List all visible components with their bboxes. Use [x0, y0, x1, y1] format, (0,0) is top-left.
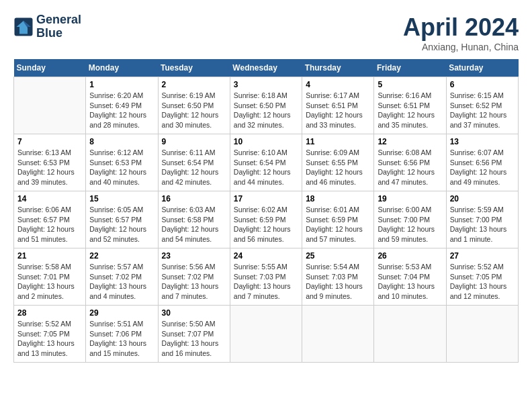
day-info: Sunrise: 6:18 AM Sunset: 6:50 PM Dayligh… [234, 91, 298, 130]
calendar-cell: 18Sunrise: 6:01 AM Sunset: 6:59 PM Dayli… [302, 191, 374, 248]
day-number: 21 [17, 251, 82, 261]
weekday-header-monday: Monday [86, 59, 158, 77]
calendar-cell [302, 306, 374, 363]
day-info: Sunrise: 6:11 AM Sunset: 6:54 PM Dayligh… [162, 148, 226, 187]
day-info: Sunrise: 6:00 AM Sunset: 7:00 PM Dayligh… [378, 205, 442, 244]
calendar-week-2: 7Sunrise: 6:13 AM Sunset: 6:53 PM Daylig… [14, 134, 519, 191]
calendar-cell: 24Sunrise: 5:55 AM Sunset: 7:03 PM Dayli… [230, 248, 302, 306]
day-number: 9 [162, 137, 226, 146]
day-number: 23 [162, 251, 226, 261]
day-number: 13 [450, 137, 515, 146]
calendar-cell: 26Sunrise: 5:53 AM Sunset: 7:04 PM Dayli… [374, 248, 446, 306]
day-number: 2 [162, 80, 226, 89]
day-number: 30 [162, 308, 226, 318]
calendar-cell: 17Sunrise: 6:02 AM Sunset: 6:59 PM Dayli… [230, 191, 302, 248]
day-info: Sunrise: 6:20 AM Sunset: 6:49 PM Dayligh… [89, 91, 154, 130]
day-info: Sunrise: 6:16 AM Sunset: 6:51 PM Dayligh… [378, 91, 442, 130]
day-number: 14 [17, 194, 82, 203]
calendar-cell: 11Sunrise: 6:09 AM Sunset: 6:55 PM Dayli… [302, 134, 374, 191]
calendar-cell: 20Sunrise: 5:59 AM Sunset: 7:00 PM Dayli… [446, 191, 518, 248]
calendar-cell [446, 306, 518, 363]
calendar-table: SundayMondayTuesdayWednesdayThursdayFrid… [13, 59, 519, 363]
calendar-cell: 14Sunrise: 6:06 AM Sunset: 6:57 PM Dayli… [14, 191, 86, 248]
calendar-week-4: 21Sunrise: 5:58 AM Sunset: 7:01 PM Dayli… [14, 248, 519, 306]
day-info: Sunrise: 6:19 AM Sunset: 6:50 PM Dayligh… [162, 91, 226, 130]
calendar-cell: 12Sunrise: 6:08 AM Sunset: 6:56 PM Dayli… [374, 134, 446, 191]
day-info: Sunrise: 6:10 AM Sunset: 6:54 PM Dayligh… [234, 148, 298, 187]
calendar-cell: 7Sunrise: 6:13 AM Sunset: 6:53 PM Daylig… [14, 134, 86, 191]
calendar-cell: 13Sunrise: 6:07 AM Sunset: 6:56 PM Dayli… [446, 134, 518, 191]
day-number: 11 [306, 137, 370, 146]
day-info: Sunrise: 5:52 AM Sunset: 7:05 PM Dayligh… [450, 262, 515, 302]
calendar-cell: 16Sunrise: 6:03 AM Sunset: 6:58 PM Dayli… [158, 191, 230, 248]
day-number: 5 [378, 80, 442, 89]
calendar-cell: 28Sunrise: 5:52 AM Sunset: 7:05 PM Dayli… [14, 306, 86, 363]
day-info: Sunrise: 6:02 AM Sunset: 6:59 PM Dayligh… [234, 205, 298, 244]
calendar-cell: 27Sunrise: 5:52 AM Sunset: 7:05 PM Dayli… [446, 248, 518, 306]
location: Anxiang, Hunan, China [403, 42, 519, 52]
day-info: Sunrise: 5:52 AM Sunset: 7:05 PM Dayligh… [17, 319, 82, 359]
calendar-cell: 23Sunrise: 5:56 AM Sunset: 7:02 PM Dayli… [158, 248, 230, 306]
day-info: Sunrise: 5:51 AM Sunset: 7:06 PM Dayligh… [89, 319, 154, 359]
logo: General Blue [13, 13, 81, 40]
day-info: Sunrise: 6:05 AM Sunset: 6:57 PM Dayligh… [89, 205, 154, 244]
calendar-cell: 30Sunrise: 5:50 AM Sunset: 7:07 PM Dayli… [158, 306, 230, 363]
day-number: 27 [450, 251, 515, 261]
day-info: Sunrise: 6:01 AM Sunset: 6:59 PM Dayligh… [306, 205, 370, 244]
calendar-week-3: 14Sunrise: 6:06 AM Sunset: 6:57 PM Dayli… [14, 191, 519, 248]
day-number: 3 [234, 80, 298, 89]
day-info: Sunrise: 6:06 AM Sunset: 6:57 PM Dayligh… [17, 205, 82, 244]
day-info: Sunrise: 5:53 AM Sunset: 7:04 PM Dayligh… [378, 262, 442, 302]
logo-icon [13, 17, 34, 37]
day-number: 22 [89, 251, 154, 261]
weekday-header-saturday: Saturday [446, 59, 518, 77]
day-info: Sunrise: 5:59 AM Sunset: 7:00 PM Dayligh… [450, 205, 515, 244]
logo-line2: Blue [36, 26, 62, 40]
calendar-cell: 10Sunrise: 6:10 AM Sunset: 6:54 PM Dayli… [230, 134, 302, 191]
day-number: 16 [162, 194, 226, 203]
weekday-header-sunday: Sunday [14, 59, 86, 77]
day-info: Sunrise: 6:09 AM Sunset: 6:55 PM Dayligh… [306, 148, 370, 187]
day-info: Sunrise: 6:07 AM Sunset: 6:56 PM Dayligh… [450, 148, 515, 187]
day-info: Sunrise: 5:56 AM Sunset: 7:02 PM Dayligh… [162, 262, 226, 302]
day-info: Sunrise: 5:58 AM Sunset: 7:01 PM Dayligh… [17, 262, 82, 302]
day-number: 28 [17, 308, 82, 318]
calendar-week-1: 1Sunrise: 6:20 AM Sunset: 6:49 PM Daylig… [14, 77, 519, 134]
day-number: 12 [378, 137, 442, 146]
calendar-cell: 15Sunrise: 6:05 AM Sunset: 6:57 PM Dayli… [86, 191, 158, 248]
calendar-cell [374, 306, 446, 363]
day-number: 24 [234, 251, 298, 261]
calendar-cell: 6Sunrise: 6:15 AM Sunset: 6:52 PM Daylig… [446, 77, 518, 134]
day-number: 29 [89, 308, 154, 318]
day-number: 18 [306, 194, 370, 203]
day-number: 6 [450, 80, 515, 89]
weekday-header-row: SundayMondayTuesdayWednesdayThursdayFrid… [14, 59, 519, 77]
calendar-cell: 4Sunrise: 6:17 AM Sunset: 6:51 PM Daylig… [302, 77, 374, 134]
weekday-header-tuesday: Tuesday [158, 59, 230, 77]
day-info: Sunrise: 5:54 AM Sunset: 7:03 PM Dayligh… [306, 262, 370, 302]
calendar-cell: 21Sunrise: 5:58 AM Sunset: 7:01 PM Dayli… [14, 248, 86, 306]
day-info: Sunrise: 6:15 AM Sunset: 6:52 PM Dayligh… [450, 91, 515, 130]
calendar-cell [230, 306, 302, 363]
day-info: Sunrise: 5:55 AM Sunset: 7:03 PM Dayligh… [234, 262, 298, 302]
calendar-cell: 8Sunrise: 6:12 AM Sunset: 6:53 PM Daylig… [86, 134, 158, 191]
calendar-cell: 9Sunrise: 6:11 AM Sunset: 6:54 PM Daylig… [158, 134, 230, 191]
day-info: Sunrise: 5:50 AM Sunset: 7:07 PM Dayligh… [162, 319, 226, 359]
day-info: Sunrise: 6:12 AM Sunset: 6:53 PM Dayligh… [89, 148, 154, 187]
calendar-cell: 2Sunrise: 6:19 AM Sunset: 6:50 PM Daylig… [158, 77, 230, 134]
weekday-header-wednesday: Wednesday [230, 59, 302, 77]
day-number: 20 [450, 194, 515, 203]
day-number: 10 [234, 137, 298, 146]
weekday-header-thursday: Thursday [302, 59, 374, 77]
calendar-cell: 5Sunrise: 6:16 AM Sunset: 6:51 PM Daylig… [374, 77, 446, 134]
day-number: 7 [17, 137, 82, 146]
day-number: 8 [89, 137, 154, 146]
calendar-cell: 25Sunrise: 5:54 AM Sunset: 7:03 PM Dayli… [302, 248, 374, 306]
header: General Blue April 2024 Anxiang, Hunan, … [13, 13, 519, 52]
day-number: 19 [378, 194, 442, 203]
day-info: Sunrise: 6:03 AM Sunset: 6:58 PM Dayligh… [162, 205, 226, 244]
day-info: Sunrise: 6:08 AM Sunset: 6:56 PM Dayligh… [378, 148, 442, 187]
day-number: 15 [89, 194, 154, 203]
day-number: 26 [378, 251, 442, 261]
calendar-cell [14, 77, 86, 134]
